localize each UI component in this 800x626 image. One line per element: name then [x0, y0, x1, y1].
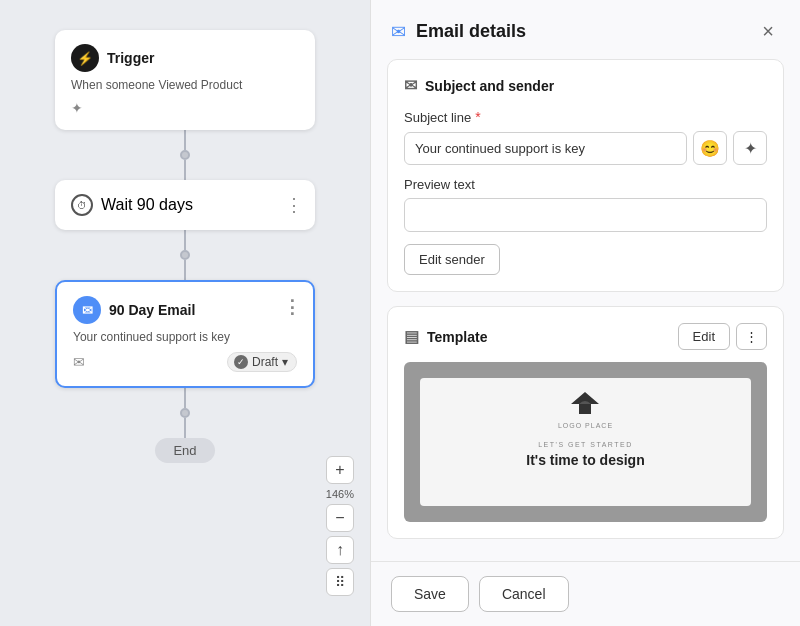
cancel-button[interactable]: Cancel: [479, 576, 569, 612]
edit-sender-button[interactable]: Edit sender: [404, 244, 500, 275]
zoom-up-button[interactable]: ↑: [326, 536, 354, 564]
wait-menu[interactable]: ⋮: [285, 194, 303, 216]
clock-icon: ⏱: [71, 194, 93, 216]
subject-input-row: 😊 ✦: [404, 131, 767, 165]
line-2: [184, 230, 186, 250]
flow-canvas: ⚡ Trigger When someone Viewed Product ✦ …: [0, 0, 370, 626]
logo-text: LOGO PLACE: [558, 422, 613, 429]
flow-nodes: ⚡ Trigger When someone Viewed Product ✦ …: [55, 30, 315, 463]
connector-3: [180, 388, 190, 438]
email-preview: LOGO PLACE LET'S GET STARTED It's time t…: [404, 362, 767, 522]
logo-placeholder: LOGO PLACE: [558, 392, 613, 429]
save-button[interactable]: Save: [391, 576, 469, 612]
email-node-menu[interactable]: ⋮: [283, 296, 301, 318]
preview-input[interactable]: [404, 198, 767, 232]
chevron-down-icon: ▾: [282, 355, 288, 369]
zoom-level: 146%: [326, 488, 354, 500]
trigger-label: Trigger: [107, 50, 154, 66]
panel-header: ✉ Email details ×: [371, 0, 800, 59]
trigger-footer-icon: ✦: [71, 100, 83, 116]
connector-1: [180, 130, 190, 180]
email-preview-inner: LOGO PLACE LET'S GET STARTED It's time t…: [420, 378, 751, 506]
dot-2: [180, 250, 190, 260]
sparkle-icon: ✦: [744, 139, 757, 158]
dot-3: [180, 408, 190, 418]
emoji-icon: 😊: [700, 139, 720, 158]
required-indicator: *: [475, 109, 480, 125]
subject-label: Subject line *: [404, 109, 767, 125]
panel-email-icon: ✉: [391, 21, 406, 43]
close-button[interactable]: ×: [756, 18, 780, 45]
email-headline: It's time to design: [526, 452, 644, 468]
panel-content: ✉ Subject and sender Subject line * 😊 ✦ …: [371, 59, 800, 561]
zoom-in-button[interactable]: +: [326, 456, 354, 484]
line-1: [184, 130, 186, 150]
line-3: [184, 388, 186, 408]
subject-section-title: Subject and sender: [425, 78, 554, 94]
grid-button[interactable]: ⠿: [326, 568, 354, 596]
template-more-button[interactable]: ⋮: [736, 323, 767, 350]
wait-node[interactable]: ⏱ Wait 90 days ⋮: [55, 180, 315, 230]
email-details-panel: ✉ Email details × ✉ Subject and sender S…: [370, 0, 800, 626]
trigger-node[interactable]: ⚡ Trigger When someone Viewed Product ✦: [55, 30, 315, 130]
line-3b: [184, 418, 186, 438]
end-label: End: [173, 443, 196, 458]
zoom-out-button[interactable]: −: [326, 504, 354, 532]
dot-1: [180, 150, 190, 160]
template-edit-button[interactable]: Edit: [678, 323, 730, 350]
template-section: ▤ Template Edit ⋮: [387, 306, 784, 539]
email-footer-icon: ✉: [73, 354, 85, 370]
draft-badge[interactable]: ✓ Draft ▾: [227, 352, 297, 372]
subject-sender-section: ✉ Subject and sender Subject line * 😊 ✦ …: [387, 59, 784, 292]
section-envelope-icon: ✉: [404, 76, 417, 95]
template-icon: ▤: [404, 327, 419, 346]
email-node-description: Your continued support is key: [73, 330, 297, 344]
check-icon: ✓: [234, 355, 248, 369]
sparkle-button[interactable]: ✦: [733, 131, 767, 165]
trigger-icon: ⚡: [71, 44, 99, 72]
email-node[interactable]: ✉ 90 Day Email ⋮ Your continued support …: [55, 280, 315, 388]
email-tagline: LET'S GET STARTED: [526, 441, 644, 448]
panel-footer: Save Cancel: [371, 561, 800, 626]
end-node: End: [155, 438, 214, 463]
email-node-label: 90 Day Email: [109, 302, 195, 318]
trigger-description: When someone Viewed Product: [71, 78, 299, 92]
subject-input[interactable]: [404, 132, 687, 165]
template-title: Template: [427, 329, 487, 345]
preview-label: Preview text: [404, 177, 767, 192]
wait-label: Wait 90 days: [101, 196, 193, 214]
connector-2: [180, 230, 190, 280]
panel-title: Email details: [416, 21, 526, 42]
zoom-controls: + 146% − ↑ ⠿: [326, 456, 354, 596]
email-node-icon: ✉: [73, 296, 101, 324]
line-1b: [184, 160, 186, 180]
email-content: LET'S GET STARTED It's time to design: [526, 441, 644, 468]
logo-icon: [571, 392, 599, 420]
draft-label: Draft: [252, 355, 278, 369]
line-2b: [184, 260, 186, 280]
emoji-button[interactable]: 😊: [693, 131, 727, 165]
